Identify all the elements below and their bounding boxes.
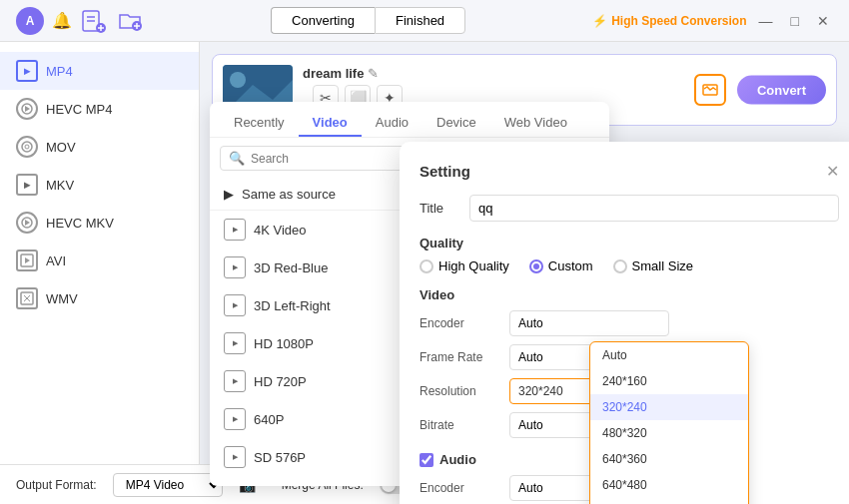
format-label-mov: MOV (46, 140, 76, 155)
main-area: ▶ MP4 HEVC MP4 MOV ▶ MKV (0, 42, 849, 464)
res-option-480[interactable]: 480*320 (590, 420, 748, 446)
search-icon: 🔍 (229, 151, 245, 166)
format-item-hevc-mp4[interactable]: HEVC MP4 (0, 90, 199, 128)
mp4-icon: ▶ (16, 60, 38, 82)
file-edit-icon[interactable]: ✎ (368, 66, 379, 81)
resolution-dropdown: Auto 240*160 320*240 480*320 640*360 640… (589, 341, 749, 504)
tab-device[interactable]: Device (423, 110, 490, 137)
top-bar-right: ⚡ High Speed Conversion — □ ✕ (592, 11, 833, 31)
format-label-wmv: WMV (46, 291, 78, 306)
format-tab-group: Recently Video Audio Device Web Video (210, 102, 609, 138)
top-bar: A 🔔 Converting Finished ⚡ (0, 0, 849, 42)
dialog-title: Setting (420, 163, 470, 180)
encoder-select[interactable]: Auto (509, 310, 669, 336)
svg-point-12 (25, 145, 29, 149)
format-label-hevc-mp4: HEVC MP4 (46, 102, 112, 117)
res-option-240[interactable]: 240*160 (590, 368, 748, 394)
res-option-640-480[interactable]: 640*480 (590, 472, 748, 498)
file-name: dream life (303, 66, 364, 81)
radio-small-dot (613, 259, 627, 273)
format-item-mkv[interactable]: ▶ MKV (0, 166, 199, 204)
tab-web-video[interactable]: Web Video (490, 110, 581, 137)
minimize-button[interactable]: — (755, 11, 777, 31)
format-label-mp4: MP4 (46, 64, 73, 79)
resolution-label: Resolution (420, 384, 499, 398)
title-input[interactable] (469, 195, 839, 222)
format-item-hevc-mkv[interactable]: HEVC MKV (0, 204, 199, 242)
title-field-label: Title (420, 201, 459, 216)
notification-icon[interactable]: 🔔 (52, 11, 72, 30)
res-option-auto[interactable]: Auto (590, 342, 748, 368)
add-folder-button[interactable] (116, 7, 144, 35)
content-area: dream life ✎ ✂ ⬜ ✦ 1 Convert Re (200, 42, 849, 464)
format-list: ▶ MP4 HEVC MP4 MOV ▶ MKV (0, 52, 199, 454)
high-speed-badge: ⚡ High Speed Conversion (592, 14, 746, 28)
add-file-button[interactable] (80, 7, 108, 35)
svg-marker-14 (25, 220, 30, 226)
audio-label: Audio (439, 452, 476, 467)
tab-recently[interactable]: Recently (220, 110, 299, 137)
maximize-button[interactable]: □ (787, 11, 803, 31)
tab-group: Converting Finished (271, 7, 465, 34)
quality-small-label: Small Size (632, 258, 693, 273)
quality-custom-label: Custom (548, 258, 593, 273)
quality-custom[interactable]: Custom (529, 258, 593, 273)
close-button[interactable]: ✕ (813, 11, 833, 31)
svg-point-22 (230, 72, 246, 88)
mov-icon (16, 136, 38, 158)
edit-settings-button[interactable] (694, 74, 726, 106)
res-option-320[interactable]: 320*240 (590, 394, 748, 420)
lightning-icon: ⚡ (592, 14, 607, 28)
quality-section: Quality High Quality Custom Small Size (420, 236, 839, 273)
quality-radio-group: High Quality Custom Small Size (420, 258, 839, 273)
bitrate-label: Bitrate (420, 418, 499, 432)
video-header: Video (420, 287, 839, 302)
tab-finished[interactable]: Finished (375, 7, 465, 34)
tab-video[interactable]: Video (299, 110, 362, 137)
res-option-720-480[interactable]: 720*480 (590, 498, 748, 504)
quality-small[interactable]: Small Size (613, 258, 693, 273)
same-source-left: ▶ Same as source (224, 187, 336, 202)
tab-converting[interactable]: Converting (271, 7, 375, 34)
title-row: Title (420, 195, 839, 222)
format-label-avi: AVI (46, 253, 66, 268)
format-label-mkv: MKV (46, 178, 74, 193)
quality-label: Quality (420, 236, 839, 251)
radio-custom-dot (529, 259, 543, 273)
svg-marker-16 (25, 257, 30, 263)
hevc-mkv-icon (16, 212, 38, 234)
window-controls: — □ ✕ (755, 11, 833, 31)
encoder-label: Encoder (420, 316, 499, 330)
same-source-icon: ▶ (224, 187, 234, 202)
dialog-header: Setting ✕ (420, 162, 839, 181)
radio-high-dot (420, 259, 433, 273)
audio-encoder-label: Encoder (420, 481, 499, 495)
mkv-icon: ▶ (16, 174, 38, 196)
format-item-mp4[interactable]: ▶ MP4 (0, 52, 199, 90)
format-item-wmv[interactable]: WMV (0, 279, 199, 317)
tab-audio[interactable]: Audio (362, 110, 423, 137)
format-item-avi[interactable]: AVI (0, 242, 199, 279)
quality-high-label: High Quality (438, 258, 509, 273)
same-source-label: Same as source (242, 187, 336, 202)
svg-marker-10 (25, 106, 30, 112)
high-speed-label: High Speed Conversion (611, 14, 746, 28)
left-sidebar: ▶ MP4 HEVC MP4 MOV ▶ MKV (0, 42, 200, 464)
avatar[interactable]: A (16, 7, 44, 35)
format-label-hevc-mkv: HEVC MKV (46, 216, 114, 231)
res-option-640-360[interactable]: 640*360 (590, 446, 748, 472)
convert-button[interactable]: Convert (737, 76, 826, 105)
quality-high[interactable]: High Quality (420, 258, 509, 273)
audio-checkbox[interactable] (420, 453, 433, 467)
wmv-icon (16, 287, 38, 309)
hevc-mp4-icon (16, 98, 38, 120)
encoder-row: Encoder Auto (420, 310, 839, 336)
format-item-mov[interactable]: MOV (0, 128, 199, 166)
output-format-label: Output Format: (16, 478, 97, 492)
output-format-select[interactable]: MP4 Video (113, 473, 223, 497)
dialog-close-button[interactable]: ✕ (826, 162, 839, 181)
top-bar-left: A 🔔 (16, 7, 144, 35)
svg-point-11 (22, 142, 32, 152)
avi-icon (16, 250, 38, 271)
frame-rate-label: Frame Rate (420, 350, 499, 364)
